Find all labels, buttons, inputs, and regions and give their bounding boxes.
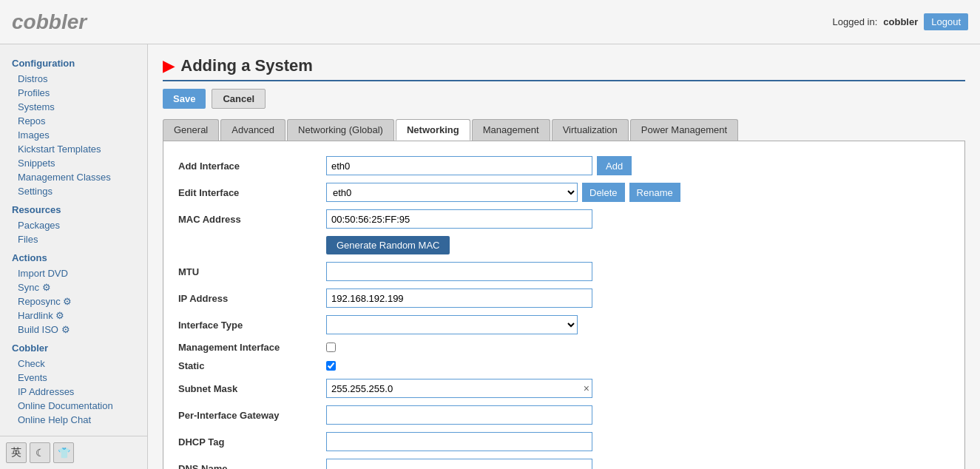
tab-management[interactable]: Management bbox=[472, 119, 550, 141]
logout-button[interactable]: Logout bbox=[924, 13, 968, 30]
sidebar-item-sync[interactable]: Sync ⚙ bbox=[0, 280, 147, 294]
sidebar-bottom: 英 ☾ 👕 bbox=[0, 436, 148, 469]
interface-type-controls bbox=[326, 315, 950, 334]
main-layout: Configuration Distros Profiles Systems R… bbox=[0, 44, 980, 469]
sidebar-item-events[interactable]: Events bbox=[0, 371, 147, 385]
sidebar-item-repos[interactable]: Repos bbox=[0, 114, 147, 128]
dns-name-label: DNS Name bbox=[178, 463, 326, 470]
row-interface-type: Interface Type bbox=[178, 315, 950, 334]
header: cobbler Logged in: cobbler Logout bbox=[0, 0, 980, 44]
sidebar-item-files[interactable]: Files bbox=[0, 232, 147, 246]
static-checkbox[interactable] bbox=[326, 361, 336, 371]
ip-address-controls bbox=[326, 289, 950, 308]
sidebar-item-import-dvd[interactable]: Import DVD bbox=[0, 266, 147, 280]
tab-advanced[interactable]: Advanced bbox=[220, 119, 285, 141]
interface-type-select[interactable] bbox=[326, 315, 578, 334]
mtu-label: MTU bbox=[178, 266, 326, 277]
static-controls bbox=[326, 361, 950, 371]
management-interface-label: Management Interface bbox=[178, 342, 326, 353]
row-per-interface-gateway: Per-Interface Gateway bbox=[178, 405, 950, 425]
row-dhcp-tag: DHCP Tag bbox=[178, 432, 950, 451]
dns-name-controls bbox=[326, 459, 950, 469]
management-interface-controls bbox=[326, 343, 950, 352]
ip-address-label: IP Address bbox=[178, 293, 326, 304]
add-interface-label: Add Interface bbox=[178, 161, 326, 172]
sidebar-item-kickstart-templates[interactable]: Kickstart Templates bbox=[0, 142, 147, 156]
sidebar-section-cobbler: Cobbler bbox=[0, 337, 147, 357]
row-mtu: MTU bbox=[178, 262, 950, 281]
sidebar-item-check[interactable]: Check bbox=[0, 357, 147, 371]
sidebar-item-profiles[interactable]: Profiles bbox=[0, 86, 147, 100]
subnet-mask-clear-button[interactable]: × bbox=[584, 383, 589, 394]
edit-interface-controls: eth0 Delete Rename bbox=[326, 183, 950, 202]
sidebar-item-systems[interactable]: Systems bbox=[0, 100, 147, 114]
subnet-mask-input-wrapper: × bbox=[326, 379, 592, 398]
dhcp-tag-label: DHCP Tag bbox=[178, 436, 326, 448]
tab-power-management[interactable]: Power Management bbox=[630, 119, 738, 141]
rename-interface-button[interactable]: Rename bbox=[629, 183, 680, 202]
arrow-indicator: ▶ bbox=[163, 58, 174, 74]
gen-mac-button[interactable]: Generate Random MAC bbox=[326, 236, 450, 254]
row-dns-name: DNS Name bbox=[178, 459, 950, 469]
tab-virtualization[interactable]: Virtualization bbox=[552, 119, 629, 141]
form-panel: Add Interface Add Edit Interface eth0 De… bbox=[163, 141, 965, 469]
username: cobbler bbox=[883, 16, 918, 27]
dns-name-input[interactable] bbox=[326, 459, 592, 469]
sidebar-item-reposync[interactable]: Reposync ⚙ bbox=[0, 294, 147, 308]
add-interface-input[interactable] bbox=[326, 156, 592, 175]
row-add-interface: Add Interface Add bbox=[178, 156, 950, 175]
cancel-button[interactable]: Cancel bbox=[212, 89, 266, 109]
edit-interface-label: Edit Interface bbox=[178, 187, 326, 198]
sidebar-item-online-help-chat[interactable]: Online Help Chat bbox=[0, 413, 147, 427]
sidebar-section-resources: Resources bbox=[0, 198, 147, 218]
logo: cobbler bbox=[12, 10, 87, 34]
ip-address-input[interactable] bbox=[326, 289, 592, 308]
sidebar: Configuration Distros Profiles Systems R… bbox=[0, 44, 148, 469]
static-label: Static bbox=[178, 360, 326, 371]
moon-icon[interactable]: ☾ bbox=[30, 442, 50, 463]
sidebar-item-images[interactable]: Images bbox=[0, 128, 147, 142]
sidebar-item-hardlink[interactable]: Hardlink ⚙ bbox=[0, 308, 147, 323]
mac-address-input[interactable] bbox=[326, 209, 592, 229]
save-button[interactable]: Save bbox=[163, 89, 206, 109]
tabs: General Advanced Networking (Global) Net… bbox=[163, 119, 965, 141]
sidebar-item-online-documentation[interactable]: Online Documentation bbox=[0, 399, 147, 413]
subnet-mask-input[interactable] bbox=[326, 379, 592, 398]
sidebar-item-snippets[interactable]: Snippets bbox=[0, 156, 147, 170]
subnet-mask-controls: × bbox=[326, 379, 950, 398]
per-interface-gateway-label: Per-Interface Gateway bbox=[178, 410, 326, 421]
sidebar-section-actions: Actions bbox=[0, 246, 147, 266]
sidebar-item-settings[interactable]: Settings bbox=[0, 184, 147, 198]
edit-interface-select[interactable]: eth0 bbox=[326, 183, 578, 202]
add-interface-button[interactable]: Add bbox=[597, 156, 632, 175]
row-subnet-mask: Subnet Mask × bbox=[178, 379, 950, 398]
tab-networking-global[interactable]: Networking (Global) bbox=[287, 119, 394, 141]
delete-interface-button[interactable]: Delete bbox=[582, 183, 625, 202]
row-static: Static bbox=[178, 360, 950, 371]
sidebar-item-packages[interactable]: Packages bbox=[0, 218, 147, 232]
mtu-input[interactable] bbox=[326, 262, 592, 281]
content: ▶ Adding a System Save Cancel General Ad… bbox=[148, 44, 980, 469]
logo-text: cobbler bbox=[12, 10, 87, 33]
shirt-icon[interactable]: 👕 bbox=[53, 442, 74, 463]
action-buttons: Save Cancel bbox=[163, 89, 965, 109]
per-interface-gateway-input[interactable] bbox=[326, 405, 592, 425]
tab-general[interactable]: General bbox=[163, 119, 219, 141]
dhcp-tag-controls bbox=[326, 432, 950, 451]
mtu-controls bbox=[326, 262, 950, 281]
logged-in-label: Logged in: bbox=[833, 16, 878, 27]
management-interface-checkbox[interactable] bbox=[326, 343, 336, 352]
add-interface-controls: Add bbox=[326, 156, 950, 175]
language-icon[interactable]: 英 bbox=[6, 442, 27, 463]
sidebar-item-build-iso[interactable]: Build ISO ⚙ bbox=[0, 323, 147, 337]
row-ip-address: IP Address bbox=[178, 289, 950, 308]
sidebar-section-configuration: Configuration bbox=[0, 52, 147, 72]
header-right: Logged in: cobbler Logout bbox=[833, 13, 968, 30]
sidebar-item-ip-addresses[interactable]: IP Addresses bbox=[0, 385, 147, 399]
mac-address-controls bbox=[326, 209, 950, 229]
tab-networking[interactable]: Networking bbox=[396, 119, 470, 141]
sidebar-item-distros[interactable]: Distros bbox=[0, 72, 147, 86]
row-edit-interface: Edit Interface eth0 Delete Rename bbox=[178, 183, 950, 202]
dhcp-tag-input[interactable] bbox=[326, 432, 592, 451]
sidebar-item-management-classes[interactable]: Management Classes bbox=[0, 170, 147, 184]
